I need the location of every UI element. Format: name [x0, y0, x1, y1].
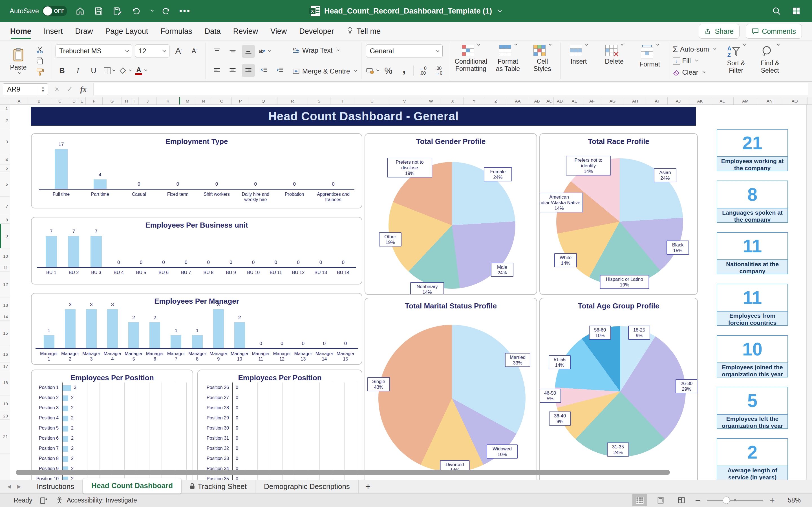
ribbon-tab-insert[interactable]: Insert	[44, 22, 63, 41]
row-header-8[interactable]: 8	[0, 216, 10, 224]
delete-cells-button[interactable]: Delete	[601, 45, 628, 65]
zoom-out-button[interactable]: −	[695, 495, 701, 506]
chart-card-employees-per-manager[interactable]: Employees Per Manager1Manager 13Manager …	[31, 293, 362, 365]
format-cells-button[interactable]: Format	[637, 45, 663, 68]
pie-total-age-group-profile[interactable]	[555, 326, 686, 457]
bar-bu-3[interactable]	[91, 236, 102, 267]
row-header-3[interactable]: 3	[0, 129, 10, 155]
accessibility-status[interactable]: Accessibility: Investigate	[55, 496, 137, 504]
horizontal-scrollbar[interactable]	[16, 470, 670, 475]
row-header-19[interactable]: 19	[0, 395, 10, 412]
column-header-an[interactable]: AN	[757, 97, 782, 105]
row-header-20[interactable]: 20	[0, 412, 10, 420]
zoom-in-button[interactable]: +	[769, 495, 775, 506]
zoom-level[interactable]: 58%	[781, 497, 801, 504]
column-header-h[interactable]: H	[122, 97, 132, 105]
bar-position-2[interactable]	[63, 395, 68, 401]
align-top-icon[interactable]	[210, 45, 223, 58]
bar-full-time[interactable]	[55, 149, 68, 189]
dashboard-banner[interactable]: Head Count Dashboard - General	[31, 107, 696, 126]
kpi-card-employees-working-at-the-company[interactable]: 21Employees working at the company	[717, 129, 788, 171]
conditional-formatting-button[interactable]: Conditional Formatting	[455, 45, 487, 72]
font-color-button[interactable]: A	[135, 64, 147, 77]
format-as-table-button[interactable]: Format as Table	[495, 45, 522, 72]
kpi-card-average-length-of-service-in-years[interactable]: 2Average length of service (in years)	[717, 438, 788, 480]
kpi-card-employees-from-foreign-countries[interactable]: 11Employees from foreign countries	[717, 284, 788, 326]
row-header-10[interactable]: 10	[0, 248, 10, 264]
column-header-c[interactable]: C	[50, 97, 70, 105]
column-header-q[interactable]: Q	[249, 97, 277, 105]
insert-cells-button[interactable]: Insert	[565, 45, 592, 65]
save-as-icon[interactable]	[112, 5, 123, 17]
document-title[interactable]: Head_Count_Record_Dashboard_Template (1)	[324, 7, 492, 15]
column-header-af[interactable]: AF	[583, 97, 601, 105]
column-header-u[interactable]: U	[355, 97, 389, 105]
page-break-view-button[interactable]	[674, 494, 689, 506]
column-header-n[interactable]: N	[195, 97, 212, 105]
font-size-select[interactable]: 12	[135, 45, 169, 57]
bar-manager-4[interactable]	[107, 309, 118, 348]
column-header-i[interactable]: I	[132, 97, 139, 105]
column-header-aa[interactable]: AA	[507, 97, 529, 105]
ribbon-tab-draw[interactable]: Draw	[75, 22, 93, 41]
column-header-ac[interactable]: AC	[545, 97, 554, 105]
cell-styles-button[interactable]: Cell Styles	[529, 45, 556, 72]
sheet-tab-head-count-dashboard[interactable]: Head Count Dashboard	[83, 478, 181, 494]
column-header-w[interactable]: W	[420, 97, 442, 105]
accounting-format-button[interactable]	[366, 64, 379, 77]
ribbon-tab-view[interactable]: View	[270, 22, 287, 41]
sheet-grid[interactable]: Head Count Dashboard - General Employmen…	[0, 105, 812, 480]
row-header-5[interactable]: 5	[0, 165, 10, 172]
home-icon[interactable]	[74, 5, 86, 17]
vertical-scrollbar[interactable]	[806, 105, 812, 480]
font-name-select[interactable]: Trebuchet MS	[56, 45, 132, 57]
bar-manager-3[interactable]	[86, 309, 97, 348]
chart-card-total-age-group-profile[interactable]: Total Age Group Profile18-259%26-3029%31…	[539, 298, 698, 480]
bar-manager-8[interactable]	[192, 335, 203, 348]
column-header-x[interactable]: X	[442, 97, 463, 105]
paste-dropdown-icon[interactable]	[18, 71, 21, 74]
column-header-ah[interactable]: AH	[624, 97, 646, 105]
column-header-a[interactable]: A	[10, 97, 28, 105]
cut-button[interactable]	[33, 44, 46, 55]
share-button[interactable]: Share	[699, 24, 740, 39]
autosave-control[interactable]: AutoSave OFF	[10, 6, 67, 16]
column-header-ai[interactable]: AI	[646, 97, 668, 105]
column-header-p[interactable]: P	[232, 97, 249, 105]
align-middle-icon[interactable]	[226, 45, 239, 58]
increase-indent-icon[interactable]	[273, 64, 287, 77]
column-header-f[interactable]: F	[86, 97, 103, 105]
prev-sheet-icon[interactable]: ◀	[7, 484, 11, 490]
align-center-icon[interactable]	[226, 64, 239, 77]
decrease-indent-icon[interactable]	[258, 64, 271, 77]
kpi-card-employees-joined-the-organization-this-year[interactable]: 10Employees joined the organization this…	[717, 335, 788, 378]
bar-position-7[interactable]	[63, 446, 68, 452]
row-header-6[interactable]: 6	[0, 172, 10, 196]
autosave-toggle[interactable]: OFF	[42, 6, 67, 16]
kpi-card-languages-spoken-at-the-company[interactable]: 8Languages spoken at the company	[717, 180, 788, 223]
sheet-tab-demographic-descriptions[interactable]: Demographic Descriptions	[255, 480, 359, 493]
bar-position-4[interactable]	[63, 416, 68, 421]
increase-font-icon[interactable]: Aˆ	[172, 45, 185, 57]
increase-decimal-button[interactable]: .00→0	[432, 64, 445, 77]
chart-card-total-marital-status-profile[interactable]: Total Marital Status ProfileMarried33%Wi…	[364, 298, 537, 480]
clear-button[interactable]: Clear	[673, 67, 716, 78]
chart-card-total-race-profile[interactable]: Total Race ProfileAsian24%Black15%Hispan…	[539, 133, 698, 295]
zoom-slider[interactable]	[707, 494, 763, 506]
column-header-g[interactable]: G	[103, 97, 122, 105]
name-box-spinner[interactable]: ▲▼	[38, 83, 48, 95]
ribbon-tab-tell-me[interactable]: Tell me	[346, 22, 380, 41]
bar-manager-9[interactable]	[213, 309, 224, 348]
page-layout-view-button[interactable]	[653, 494, 668, 506]
row-header-13[interactable]: 13	[0, 297, 10, 313]
copy-button[interactable]	[33, 55, 46, 66]
column-header-e[interactable]: E	[79, 97, 86, 105]
more-commands-icon[interactable]: •••	[179, 5, 191, 17]
selection-mode-icon[interactable]	[40, 496, 48, 504]
chart-card-employees-per-position-b[interactable]: Employees Per PositionPosition 260Positi…	[197, 370, 362, 480]
row-header-17[interactable]: 17	[0, 363, 10, 370]
zoom-slider-thumb[interactable]	[723, 497, 730, 504]
add-sheet-button[interactable]: +	[359, 482, 377, 492]
formula-input[interactable]	[93, 83, 808, 95]
find-select-button[interactable]: Find & Select	[756, 43, 783, 78]
